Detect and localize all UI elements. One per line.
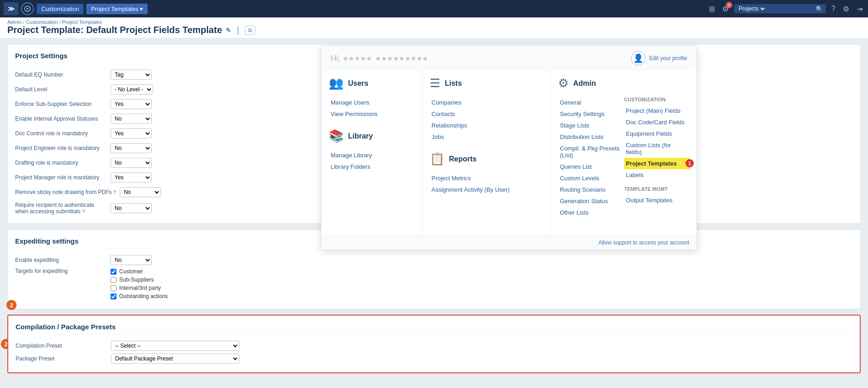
project-templates-nav-btn[interactable]: Project Templates ▾: [86, 4, 148, 14]
drafting-select[interactable]: No: [111, 158, 152, 168]
search-icon[interactable]: 🔍: [816, 6, 823, 12]
project-templates-link[interactable]: Project Templates 1: [624, 158, 690, 169]
field-row-compilation-preset: Compilation Preset -- Select --: [16, 339, 852, 352]
auth-select[interactable]: No: [111, 203, 152, 213]
users-title: Users: [348, 79, 368, 88]
companies-link[interactable]: Companies: [430, 97, 543, 108]
package-preset-select[interactable]: Default Package Preset: [111, 354, 239, 364]
dropdown-lists-reports-col: ☰ Lists Companies Contacts Relationships…: [422, 70, 551, 235]
search-wrap: Projects 🔍: [734, 4, 826, 13]
relationships-link[interactable]: Relationships: [430, 120, 543, 131]
compilation-card: Compilation / Package Presets Compilatio…: [7, 315, 861, 373]
library-folders-link[interactable]: Library Folders: [329, 161, 415, 172]
output-templates-link[interactable]: Output Templates: [624, 194, 690, 206]
target-customer: Customer: [111, 268, 168, 275]
proj-mgr-select[interactable]: Yes: [111, 172, 152, 183]
top-navigation: ≫ Customization Project Templates ▾ ⊞ ⚙ …: [0, 0, 868, 17]
jobs-link[interactable]: Jobs: [430, 131, 543, 143]
dropdown-admin-col: ⚙ Admin General Security Settings Stage …: [551, 70, 697, 235]
admin-title: Admin: [573, 79, 596, 88]
manage-library-link[interactable]: Manage Library: [329, 150, 415, 161]
generation-status-link[interactable]: Generation Status: [558, 195, 624, 207]
users-icon: 👥: [329, 76, 343, 90]
page-title: Project Template: Default Project Fields…: [7, 25, 861, 35]
compil-pkg-presets-link[interactable]: Compil. & Pkg Presets (List): [558, 143, 624, 161]
template-mgmt-section-title: Template Mgmt: [624, 186, 690, 192]
contacts-link[interactable]: Contacts: [430, 108, 543, 120]
compilation-preset-select[interactable]: -- Select --: [111, 341, 239, 351]
default-eq-select[interactable]: Tag: [111, 70, 152, 80]
equipment-fields-link[interactable]: Equipment Fields: [624, 128, 690, 139]
profile-section: 👤 Edit your profile: [631, 51, 687, 66]
subsuppliers-checkbox[interactable]: [111, 277, 116, 283]
sticky-select[interactable]: No: [120, 187, 161, 197]
stage-lists-link[interactable]: Stage Lists: [558, 120, 624, 131]
app-logo[interactable]: ≫: [4, 2, 18, 15]
customization-section-title: Customization: [624, 97, 690, 102]
user-avatar-icon: 👤: [631, 51, 646, 66]
queries-list-link[interactable]: Queries List: [558, 161, 624, 172]
lists-icon: ☰: [430, 76, 440, 90]
assignment-activity-link[interactable]: Assignment Activity (By User): [430, 184, 543, 195]
dropdown-footer: Allow support to access your account: [321, 235, 697, 249]
help-icon-btn[interactable]: ?: [829, 4, 837, 14]
gear-badge-wrap: ⚙ 0: [720, 4, 730, 14]
view-permissions-link[interactable]: View Permissions: [329, 108, 415, 120]
breadcrumb-customization[interactable]: Customization: [26, 19, 58, 25]
target-internal: Internal/3rd party: [111, 284, 168, 292]
badge-1: 1: [686, 159, 694, 167]
lists-title: Lists: [445, 79, 462, 88]
other-lists-link[interactable]: Other Lists: [558, 207, 624, 218]
labels-link[interactable]: Labels: [624, 169, 690, 181]
edit-profile-link[interactable]: Edit your profile: [649, 55, 687, 61]
edit-title-icon[interactable]: ✎: [226, 27, 231, 34]
project-main-fields-link[interactable]: Project (Main) Fields: [624, 105, 690, 116]
field-row-package-preset: Package Preset Default Package Preset: [16, 352, 852, 365]
routing-scenario-link[interactable]: Routing Scenario: [558, 184, 624, 195]
dropdown-menu: Hi, ●●●●● ●●●●●●●●● 👤 Edit your profile …: [321, 46, 697, 250]
admin-icon: ⚙: [558, 76, 569, 90]
admin-left: General Security Settings Stage Lists Di…: [558, 97, 624, 218]
library-icon: 📚: [329, 129, 343, 143]
general-link[interactable]: General: [558, 97, 624, 108]
doc-code-card-fields-link[interactable]: Doc Code/Card Fields: [624, 116, 690, 128]
manage-users-link[interactable]: Manage Users: [329, 97, 415, 108]
field-row-targets: Targets for expediting Customer Sub-Supp…: [15, 266, 853, 301]
library-header: 📚 Library: [329, 129, 415, 143]
enforce-subsupplier-select[interactable]: Yes: [111, 99, 152, 109]
title-bar: Admin / Customization / Project Template…: [0, 17, 868, 39]
internal-approval-select[interactable]: No: [111, 114, 152, 124]
reports-header: 📋 Reports: [430, 152, 543, 166]
enable-expediting-select[interactable]: No: [111, 255, 152, 265]
internal-checkbox[interactable]: [111, 285, 116, 291]
reports-icon: 📋: [430, 152, 444, 166]
logout-icon-btn[interactable]: ⇥: [855, 4, 864, 14]
customization-nav-btn[interactable]: Customization: [37, 4, 83, 14]
breadcrumb-admin[interactable]: Admin: [7, 19, 22, 25]
field-row-enable-expediting: Enable expediting No: [15, 254, 853, 266]
screen-icon-btn[interactable]: ⊞: [707, 4, 717, 14]
compilation-wrapper: 2 Compilation / Package Presets Compilat…: [7, 315, 861, 373]
doc-control-select[interactable]: Yes: [111, 128, 152, 139]
lists-header: ☰ Lists: [430, 76, 543, 90]
outstanding-checkbox[interactable]: [111, 294, 116, 299]
search-scope-select[interactable]: Projects: [737, 5, 766, 12]
proj-eng-select[interactable]: No: [111, 143, 152, 153]
breadcrumb-project-templates[interactable]: Project Templates: [62, 19, 102, 25]
project-metrics-link[interactable]: Project Metrics: [430, 172, 543, 184]
allow-support-link[interactable]: Allow support to access your account: [598, 239, 689, 246]
dropdown-body: 👥 Users Manage Users View Permissions 📚 …: [321, 70, 697, 235]
custom-lists-fields-link[interactable]: Custom Lists (for fields): [624, 139, 690, 158]
settings-icon-btn[interactable]: ⚙: [841, 4, 851, 14]
customer-checkbox[interactable]: [111, 269, 116, 275]
custom-levels-link[interactable]: Custom Levels: [558, 172, 624, 184]
default-level-select[interactable]: - No Level -: [111, 84, 153, 94]
gear-count-badge: 0: [726, 2, 732, 8]
copy-button[interactable]: ⧉: [245, 26, 255, 35]
users-header: 👥 Users: [329, 76, 415, 90]
target-outstanding: Outstanding actions: [111, 293, 168, 300]
distribution-lists-link[interactable]: Distribution Lists: [558, 131, 624, 143]
badge-2-circle: 2: [6, 300, 17, 310]
security-settings-link[interactable]: Security Settings: [558, 108, 624, 120]
search-input[interactable]: [768, 6, 814, 12]
